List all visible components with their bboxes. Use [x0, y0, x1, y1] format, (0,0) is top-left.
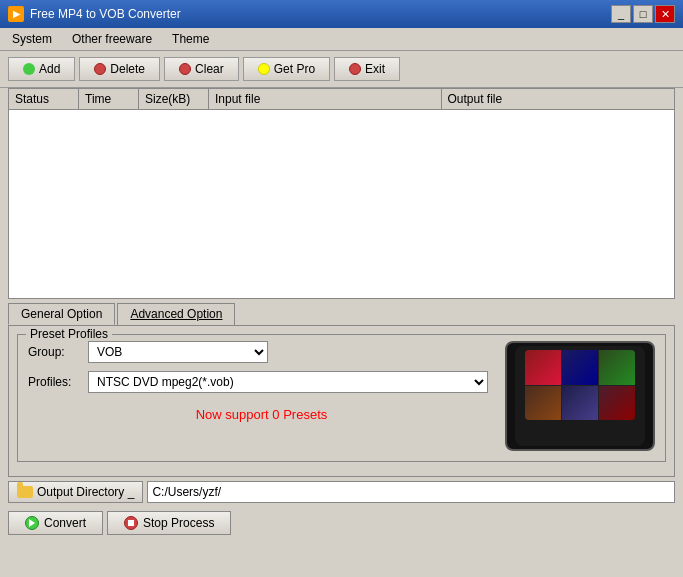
profiles-select[interactable]: NTSC DVD mpeg2(*.vob)	[88, 371, 488, 393]
exit-icon	[349, 63, 361, 75]
folder-icon	[17, 486, 33, 498]
col-size: Size(kB)	[139, 89, 209, 109]
preset-fields: Group: VOB Profiles: NTSC DVD mpeg2(*.vo…	[28, 341, 495, 451]
play-triangle	[29, 519, 35, 527]
file-list-wrapper: Status Time Size(kB) Input file Output f…	[8, 88, 675, 299]
options-panel: Preset Profiles Group: VOB Profiles: NTS…	[8, 325, 675, 477]
toolbar: Add Delete Clear Get Pro Exit	[0, 51, 683, 88]
device-screen	[525, 350, 635, 420]
menu-other-freeware[interactable]: Other freeware	[64, 30, 160, 48]
tab-advanced[interactable]: Advanced Option	[117, 303, 235, 325]
exit-button[interactable]: Exit	[334, 57, 400, 81]
menu-system[interactable]: System	[4, 30, 60, 48]
getpro-button[interactable]: Get Pro	[243, 57, 330, 81]
menu-theme[interactable]: Theme	[164, 30, 217, 48]
ipod-device	[515, 346, 645, 446]
getpro-icon	[258, 63, 270, 75]
output-path-input[interactable]	[147, 481, 675, 503]
window-title: Free MP4 to VOB Converter	[30, 7, 609, 21]
options-area: General Option Advanced Option	[0, 299, 683, 325]
movie-cell-1	[525, 350, 561, 385]
preset-profiles-group: Preset Profiles Group: VOB Profiles: NTS…	[17, 334, 666, 462]
device-image	[505, 341, 655, 451]
add-icon	[23, 63, 35, 75]
support-text: Now support 0 Presets	[28, 401, 495, 424]
col-status: Status	[9, 89, 79, 109]
output-directory-button[interactable]: Output Directory _	[8, 481, 143, 503]
stop-square	[128, 520, 134, 526]
movie-cell-3	[599, 350, 635, 385]
title-bar: ▶ Free MP4 to VOB Converter _ □ ✕	[0, 0, 683, 28]
preset-profiles-label: Preset Profiles	[26, 327, 112, 341]
bottom-bar: Convert Stop Process	[0, 507, 683, 539]
stop-process-button[interactable]: Stop Process	[107, 511, 231, 535]
close-button[interactable]: ✕	[655, 5, 675, 23]
group-row: Group: VOB	[28, 341, 495, 363]
delete-button[interactable]: Delete	[79, 57, 160, 81]
delete-icon	[94, 63, 106, 75]
preset-inner: Group: VOB Profiles: NTSC DVD mpeg2(*.vo…	[28, 341, 655, 451]
tab-general[interactable]: General Option	[8, 303, 115, 325]
profiles-row: Profiles: NTSC DVD mpeg2(*.vob)	[28, 371, 495, 393]
add-button[interactable]: Add	[8, 57, 75, 81]
menu-bar: System Other freeware Theme	[0, 28, 683, 51]
convert-button[interactable]: Convert	[8, 511, 103, 535]
maximize-button[interactable]: □	[633, 5, 653, 23]
movie-cell-6	[599, 386, 635, 421]
options-tabs: General Option Advanced Option	[8, 303, 675, 325]
minimize-button[interactable]: _	[611, 5, 631, 23]
profiles-label: Profiles:	[28, 375, 88, 389]
movie-cell-5	[562, 386, 598, 421]
movie-cell-2	[562, 350, 598, 385]
group-label: Group:	[28, 345, 88, 359]
output-area: Output Directory _	[0, 477, 683, 507]
col-output: Output file	[442, 89, 675, 109]
stop-icon	[124, 516, 138, 530]
movie-cell-4	[525, 386, 561, 421]
col-input: Input file	[209, 89, 442, 109]
clear-icon	[179, 63, 191, 75]
col-time: Time	[79, 89, 139, 109]
file-table-body	[8, 109, 675, 299]
app-icon: ▶	[8, 6, 24, 22]
movie-collage	[525, 350, 635, 420]
file-table-header: Status Time Size(kB) Input file Output f…	[8, 88, 675, 109]
group-select[interactable]: VOB	[88, 341, 268, 363]
convert-icon	[25, 516, 39, 530]
clear-button[interactable]: Clear	[164, 57, 239, 81]
